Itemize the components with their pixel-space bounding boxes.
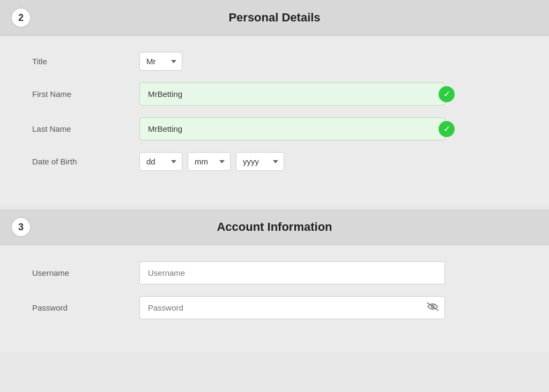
section-3-number: 3 — [11, 217, 31, 237]
password-row: Password — [32, 296, 517, 319]
account-info-title: Account Information — [42, 220, 538, 234]
last-name-valid-icon: ✓ — [439, 121, 455, 137]
personal-details-title: Personal Details — [42, 11, 538, 25]
first-name-row: First Name ✓ — [32, 82, 517, 105]
title-label: Title — [32, 57, 139, 66]
username-input[interactable] — [139, 261, 445, 284]
title-select[interactable]: Mr Mrs Ms Miss Dr — [139, 52, 182, 71]
password-toggle-icon[interactable] — [427, 302, 439, 313]
first-name-valid-icon: ✓ — [439, 86, 455, 102]
dob-label: Date of Birth — [32, 157, 139, 166]
last-name-wrapper — [139, 117, 445, 140]
dob-day-select[interactable]: dd 0102030405 0607080910 1112131415 1617… — [139, 152, 182, 171]
title-field: Mr Mrs Ms Miss Dr — [139, 52, 517, 71]
password-input[interactable] — [139, 296, 445, 319]
password-field — [139, 296, 445, 319]
page-wrapper: 2 Personal Details Title Mr Mrs Ms Miss … — [0, 0, 549, 352]
dob-field: dd 0102030405 0607080910 1112131415 1617… — [139, 152, 517, 171]
first-name-field: ✓ — [139, 82, 445, 105]
dob-month-select[interactable]: mm 0102030405 0607080910 1112 — [188, 152, 231, 171]
username-field — [139, 261, 445, 284]
password-wrapper — [139, 296, 445, 319]
account-info-body: Username Password — [0, 245, 549, 352]
dob-selects: dd 0102030405 0607080910 1112131415 1617… — [139, 152, 517, 171]
username-label: Username — [32, 268, 139, 277]
first-name-input[interactable] — [139, 82, 445, 105]
username-row: Username — [32, 261, 517, 284]
title-row: Title Mr Mrs Ms Miss Dr — [32, 52, 517, 71]
dob-year-select[interactable]: yyyy 2005200019951990 1985198019751970 — [236, 152, 284, 171]
account-info-header: 3 Account Information — [0, 209, 549, 245]
first-name-label: First Name — [32, 89, 139, 99]
last-name-row: Last Name ✓ — [32, 117, 517, 140]
last-name-field: ✓ — [139, 117, 445, 140]
last-name-label: Last Name — [32, 124, 139, 133]
personal-details-header: 2 Personal Details — [0, 0, 549, 36]
section-2-number: 2 — [11, 7, 31, 28]
section-divider — [0, 204, 549, 209]
personal-details-body: Title Mr Mrs Ms Miss Dr First Name ✓ — [0, 36, 549, 204]
dob-row: Date of Birth dd 0102030405 0607080910 1… — [32, 152, 517, 171]
first-name-wrapper — [139, 82, 445, 105]
password-label: Password — [32, 303, 139, 312]
last-name-input[interactable] — [139, 117, 445, 140]
